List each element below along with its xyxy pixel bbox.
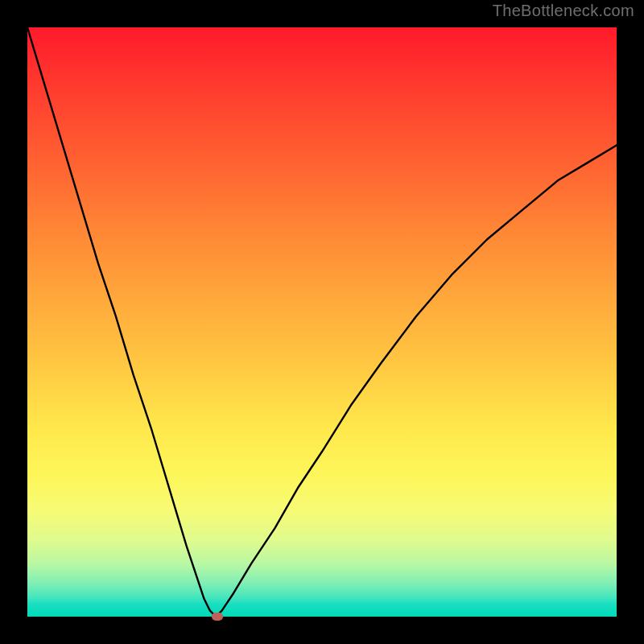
optimum-marker: [212, 613, 223, 621]
curve-svg: [27, 27, 617, 617]
plot-area: [27, 27, 617, 617]
watermark-text: TheBottleneck.com: [493, 2, 634, 20]
bottleneck-curve: [27, 27, 617, 617]
chart-frame: TheBottleneck.com: [0, 0, 644, 644]
